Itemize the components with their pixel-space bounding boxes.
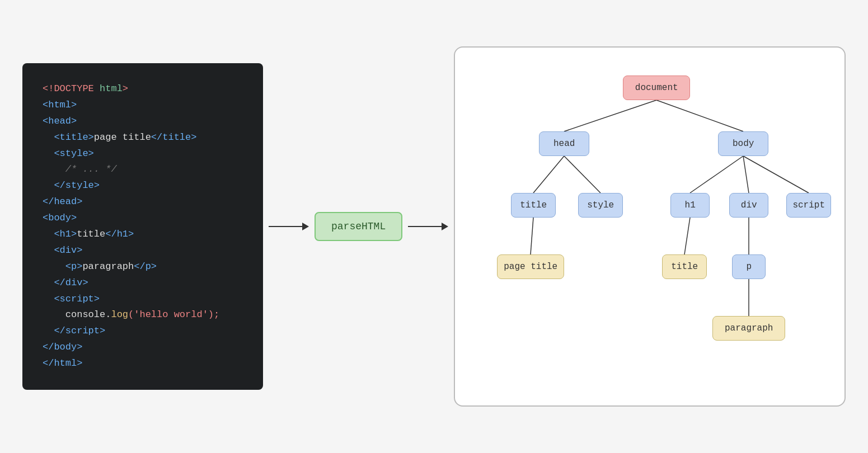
node-page-title: page title	[497, 254, 564, 279]
node-title2: title	[662, 254, 707, 279]
node-script: script	[786, 193, 831, 218]
parse-html-box: parseHTML	[315, 212, 402, 241]
code-line-12: <p>paragraph</p>	[43, 259, 243, 275]
code-line-3: <head>	[43, 114, 243, 130]
arrow-head-left	[302, 223, 309, 230]
node-document: document	[623, 76, 690, 100]
code-line-9: <body>	[43, 210, 243, 226]
svg-line-1	[656, 100, 743, 131]
node-p: p	[732, 254, 766, 279]
code-line-11: <div>	[43, 243, 243, 259]
svg-line-8	[684, 218, 690, 254]
svg-line-7	[531, 218, 533, 254]
code-line-17: </body>	[43, 339, 243, 356]
tree-panel: document head body title style h1 div s	[454, 46, 846, 407]
code-line-8: </head>	[43, 194, 243, 210]
node-paragraph: paragraph	[712, 316, 785, 341]
node-div: div	[729, 193, 768, 218]
node-body: body	[718, 131, 768, 156]
code-line-15: console.log('hello world');	[43, 307, 243, 323]
code-line-13: </div>	[43, 275, 243, 291]
code-line-5: <style>	[43, 146, 243, 162]
parse-html-label: parseHTML	[331, 221, 386, 232]
arrow-line-left	[269, 226, 302, 227]
code-line-4: <title>page title</title>	[43, 130, 243, 146]
code-line-6: /* ... */	[43, 162, 243, 178]
arrow-head-right	[442, 223, 448, 230]
svg-line-4	[690, 156, 743, 193]
node-title: title	[511, 193, 556, 218]
code-panel: <!DOCTYPE html> <html> <head> <title>pag…	[22, 63, 263, 390]
tree-container: document head body title style h1 div s	[477, 64, 836, 383]
main-container: <!DOCTYPE html> <html> <head> <title>pag…	[0, 24, 868, 429]
node-style: style	[578, 193, 623, 218]
arrow-line-right	[408, 226, 442, 227]
svg-line-6	[743, 156, 809, 193]
svg-line-3	[564, 156, 600, 193]
code-line-16: </script>	[43, 323, 243, 339]
node-head: head	[539, 131, 589, 156]
code-line-18: </html>	[43, 356, 243, 372]
node-h1: h1	[670, 193, 710, 218]
code-line-10: <h1>title</h1>	[43, 226, 243, 243]
code-line-1: <!DOCTYPE html>	[43, 81, 243, 97]
code-line-2: <html>	[43, 97, 243, 114]
svg-line-2	[533, 156, 564, 193]
code-line-14: <script>	[43, 291, 243, 308]
svg-line-5	[743, 156, 749, 193]
code-line-7: </style>	[43, 178, 243, 194]
arrow-left	[269, 223, 309, 230]
arrow-right	[408, 223, 448, 230]
svg-line-0	[564, 100, 656, 131]
